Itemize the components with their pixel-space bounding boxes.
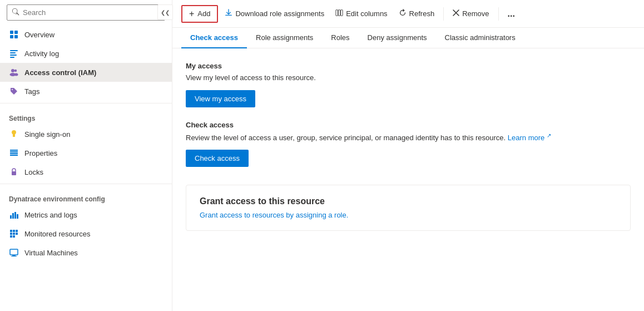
download-button[interactable]: Download role assignments [220, 6, 329, 21]
toolbar: + Add Download role assignments Edit col… [172, 0, 644, 28]
check-access-button[interactable]: Check access [186, 150, 249, 167]
svg-rect-27 [10, 235, 12, 238]
my-access-description: View my level of access to this resource… [186, 72, 631, 83]
svg-rect-6 [10, 55, 17, 56]
tab-label: Deny assignments [368, 33, 427, 42]
sidebar-item-overview[interactable]: Overview [0, 25, 172, 44]
search-icon [12, 8, 19, 17]
svg-rect-32 [336, 10, 338, 16]
add-button-label: Add [197, 9, 210, 18]
sidebar-item-sso[interactable]: Single sign-on [0, 125, 172, 144]
search-box[interactable] [7, 4, 165, 21]
collapse-icon: ❮❮ [161, 9, 170, 16]
svg-rect-7 [10, 57, 14, 58]
properties-icon [9, 148, 19, 158]
tab-roles[interactable]: Roles [322, 28, 358, 48]
tab-deny-assignments[interactable]: Deny assignments [359, 28, 436, 48]
svg-rect-26 [16, 233, 18, 235]
sidebar-item-label: Single sign-on [24, 130, 70, 139]
svg-rect-29 [10, 249, 18, 255]
toolbar-separator [443, 7, 444, 21]
sidebar-item-activity-log[interactable]: Activity log [0, 44, 172, 63]
svg-rect-20 [17, 214, 18, 219]
sidebar-item-monitored[interactable]: Monitored resources [0, 224, 172, 243]
monitored-icon [9, 229, 19, 239]
add-icon: + [189, 9, 194, 19]
svg-rect-5 [10, 52, 16, 53]
svg-rect-1 [14, 31, 18, 34]
view-my-access-button[interactable]: View my access [186, 90, 255, 107]
tab-role-assignments[interactable]: Role assignments [247, 28, 322, 48]
metrics-icon [9, 210, 19, 220]
sidebar-item-properties[interactable]: Properties [0, 144, 172, 162]
remove-icon [453, 9, 459, 18]
edit-columns-label: Edit columns [346, 9, 387, 18]
remove-button[interactable]: Remove [448, 7, 493, 21]
svg-rect-28 [13, 235, 15, 238]
sidebar-item-label: Monitored resources [24, 230, 91, 238]
svg-rect-0 [10, 31, 13, 34]
learn-more-link[interactable]: Learn more ↗ [508, 134, 551, 142]
tab-classic-admins[interactable]: Classic administrators [436, 28, 524, 48]
svg-rect-3 [14, 35, 18, 38]
activity-log-icon [9, 48, 19, 58]
main-nav: Overview Activity log Access contro [0, 25, 172, 101]
tab-label: Classic administrators [445, 33, 516, 42]
edit-columns-icon [335, 9, 343, 18]
toolbar-separator-2 [498, 7, 499, 21]
sidebar-item-label: Tags [24, 87, 39, 96]
svg-rect-34 [341, 10, 343, 16]
sidebar-item-label: Metrics and logs [24, 211, 77, 219]
edit-columns-button[interactable]: Edit columns [331, 6, 392, 21]
svg-point-8 [11, 69, 14, 72]
sidebar-item-iam[interactable]: Access control (IAM) [0, 63, 172, 82]
grant-access-box: Grant access to this resource Grant acce… [186, 185, 631, 231]
download-icon [225, 9, 232, 18]
refresh-icon [399, 9, 407, 18]
tab-check-access[interactable]: Check access [181, 28, 247, 48]
iam-icon [9, 67, 19, 77]
svg-point-9 [14, 70, 17, 72]
my-access-title: My access [186, 62, 631, 70]
more-icon: ... [508, 9, 515, 19]
sidebar-item-label: Virtual Machines [24, 249, 78, 257]
svg-rect-2 [10, 35, 13, 38]
svg-rect-15 [10, 155, 18, 156]
grant-box-description: Grant access to resources by assigning a… [200, 211, 617, 219]
download-button-label: Download role assignments [235, 9, 324, 18]
svg-rect-33 [338, 10, 340, 16]
content-area: My access View my level of access to thi… [172, 48, 644, 311]
svg-rect-16 [12, 171, 16, 175]
svg-rect-14 [10, 153, 18, 154]
settings-section-header: Settings [0, 106, 172, 125]
sidebar-item-tags[interactable]: Tags [0, 82, 172, 101]
overview-icon [9, 29, 19, 40]
sidebar-item-locks[interactable]: Locks [0, 162, 172, 181]
sidebar-item-vms[interactable]: Virtual Machines [0, 243, 172, 262]
check-access-section: Check access Review the level of access … [186, 121, 631, 181]
svg-rect-18 [12, 213, 14, 219]
tab-label: Role assignments [256, 33, 313, 42]
check-access-description: Review the level of access a user, group… [186, 131, 631, 144]
locks-icon [9, 167, 19, 177]
sidebar-item-label: Locks [24, 168, 43, 176]
refresh-button[interactable]: Refresh [394, 6, 439, 21]
svg-rect-13 [10, 151, 18, 152]
svg-rect-19 [14, 212, 16, 219]
more-button[interactable]: ... [503, 6, 519, 22]
svg-rect-21 [10, 230, 12, 232]
add-button[interactable]: + Add [181, 5, 218, 23]
svg-rect-31 [11, 256, 17, 256]
sidebar-item-label: Access control (IAM) [24, 68, 96, 77]
dynatrace-section-header: Dynatrace environment config [0, 186, 172, 205]
search-input[interactable] [23, 8, 160, 17]
refresh-label: Refresh [409, 9, 435, 18]
main-content: + Add Download role assignments Edit col… [172, 0, 644, 311]
svg-rect-24 [10, 233, 12, 235]
svg-rect-12 [10, 150, 18, 151]
sidebar-collapse-button[interactable]: ❮❮ [157, 4, 173, 20]
tags-icon [9, 86, 19, 96]
remove-label: Remove [462, 9, 489, 18]
sidebar-item-metrics[interactable]: Metrics and logs [0, 205, 172, 224]
tab-label: Roles [331, 33, 349, 42]
